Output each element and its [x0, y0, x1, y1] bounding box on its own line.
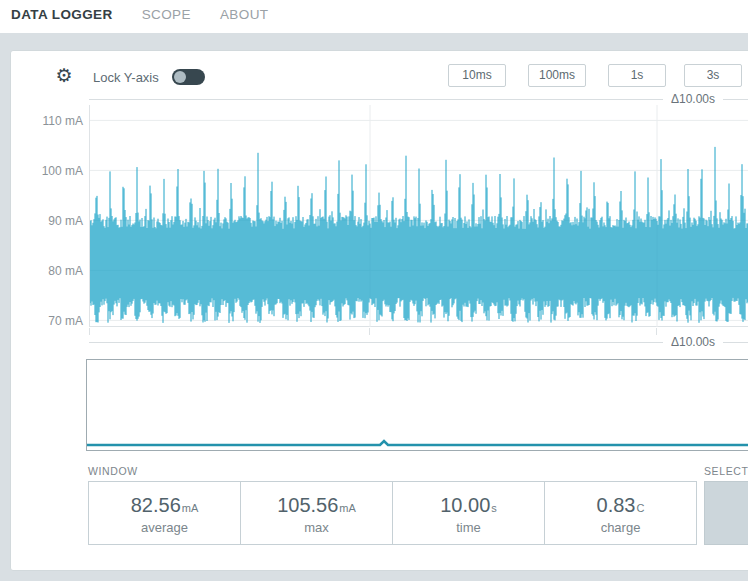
tab-scope[interactable]: SCOPE [141, 5, 192, 24]
y-tick-80: 80 mA [29, 264, 83, 278]
tab-data-logger[interactable]: DATA LOGGER [10, 5, 114, 24]
x-tick [89, 328, 90, 335]
data-logger-panel: ⚙ Lock Y-axis 10ms 100ms 1s 3s Δ10.00s 1… [10, 50, 748, 571]
window-stats-row: 82.56 mA average 105.56 mA max 10.00 s t… [88, 481, 697, 545]
stat-label: time [456, 520, 481, 535]
current-waveform [90, 147, 748, 323]
settings-gear-icon[interactable]: ⚙ [53, 65, 75, 87]
x-tick [369, 328, 370, 335]
stat-max: 105.56 mA max [240, 482, 392, 544]
stat-value: 82.56 [131, 494, 181, 517]
x-tick [656, 328, 657, 335]
app-window: DATA LOGGER SCOPE ABOUT ⚙ Lock Y-axis 10… [0, 0, 748, 581]
stat-time: 10.00 s time [392, 482, 544, 544]
delta-line-right [723, 342, 748, 343]
range-button-100ms[interactable]: 100ms [528, 64, 586, 87]
delta-label: Δ10.00s [671, 92, 715, 106]
main-chart[interactable] [89, 105, 748, 327]
range-button-3s[interactable]: 3s [684, 64, 742, 87]
minimap-plot [87, 360, 748, 450]
delta-line-left [89, 342, 663, 343]
stat-value: 10.00 [440, 494, 490, 517]
stat-unit: mA [339, 502, 356, 514]
stat-label: charge [601, 520, 641, 535]
delta-label: Δ10.00s [671, 335, 715, 349]
y-tick-100: 100 mA [29, 164, 83, 178]
selection-section-title: SELECTION [704, 465, 748, 477]
y-tick-110: 110 mA [29, 114, 83, 128]
delta-line-right [723, 99, 748, 100]
minimap-window-delta: Δ10.00s [89, 335, 748, 349]
y-tick-70: 70 mA [29, 314, 83, 328]
stat-unit: C [636, 502, 644, 514]
tab-about[interactable]: ABOUT [219, 5, 270, 24]
delta-line-left [89, 99, 663, 100]
toggle-knob [174, 71, 186, 83]
lock-y-axis-label: Lock Y-axis [93, 70, 159, 85]
selection-stats-placeholder [704, 481, 748, 545]
minimap-overview[interactable] [86, 359, 748, 451]
tab-bar: DATA LOGGER SCOPE ABOUT [0, 0, 748, 33]
stat-average: 82.56 mA average [89, 482, 240, 544]
stat-value: 105.56 [277, 494, 338, 517]
waveform-plot [90, 105, 748, 327]
y-tick-90: 90 mA [29, 214, 83, 228]
stat-charge: 0.83 C charge [544, 482, 696, 544]
stat-label: average [141, 520, 188, 535]
stat-unit: mA [182, 502, 199, 514]
stat-value: 0.83 [597, 494, 636, 517]
lock-y-axis-toggle[interactable] [172, 69, 205, 85]
range-button-10ms[interactable]: 10ms [448, 64, 506, 87]
stat-label: max [304, 520, 329, 535]
chart-window-delta: Δ10.00s [89, 92, 748, 106]
range-button-1s[interactable]: 1s [608, 64, 666, 87]
window-section-title: WINDOW [88, 465, 138, 477]
stat-unit: s [491, 502, 497, 514]
